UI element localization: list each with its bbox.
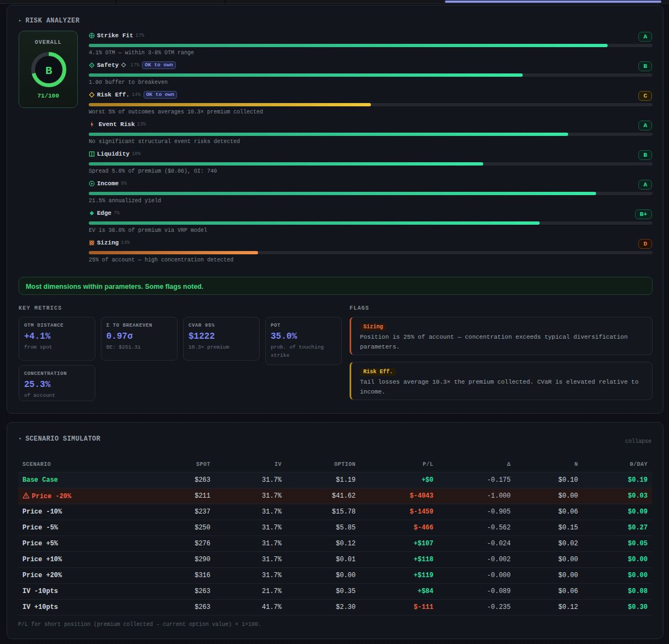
svg-text:B: B: [45, 65, 53, 77]
